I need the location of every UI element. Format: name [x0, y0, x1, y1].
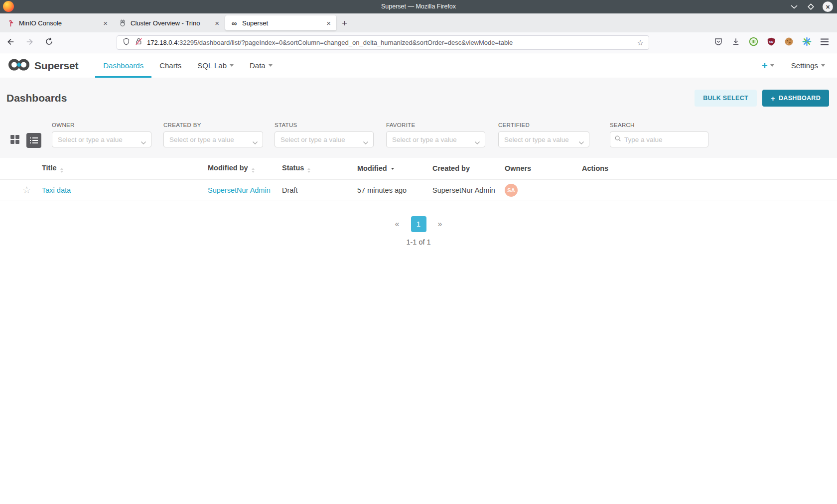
chevron-down-icon [269, 64, 273, 67]
column-header-modified[interactable]: Modified [357, 158, 432, 179]
url-bar[interactable]: 172.18.0.4:32295/dashboard/list/?pageInd… [117, 35, 649, 50]
tab-close-icon[interactable]: × [102, 19, 109, 27]
column-header-modified-by[interactable]: Modified by [208, 158, 282, 179]
next-page-button[interactable]: » [438, 220, 442, 229]
filter-favorite: FAVORITE [386, 122, 485, 147]
owner-avatar[interactable]: SA [505, 184, 518, 197]
url-host: 172.18.0.4 [147, 39, 177, 46]
new-dashboard-button[interactable]: + DASHBOARD [762, 90, 829, 107]
table-header-row: Title Modified by Status Modified Create… [0, 158, 837, 179]
plus-icon: + [771, 94, 775, 103]
bulk-select-button[interactable]: BULK SELECT [695, 90, 757, 107]
window-title: Superset — Mozilla Firefox [0, 0, 837, 13]
status-select-input[interactable] [275, 132, 373, 147]
url-text[interactable]: 172.18.0.4:32295/dashboard/list/?pageInd… [147, 39, 633, 46]
browser-toolbar: 172.18.0.4:32295/dashboard/list/?pageInd… [0, 32, 837, 53]
chevron-down-icon [363, 138, 369, 147]
chevron-down-icon [140, 138, 146, 147]
certified-select-input[interactable] [499, 132, 589, 147]
page-1-button[interactable]: 1 [411, 216, 426, 232]
nav-item-charts[interactable]: Charts [151, 53, 189, 78]
tab-close-icon[interactable]: × [325, 19, 332, 27]
table-row: ☆ Taxi data SupersetNur Admin Draft 57 m… [0, 179, 837, 201]
search-input[interactable] [624, 136, 712, 143]
favorite-select-input[interactable] [387, 132, 485, 147]
filter-label: OWNER [52, 122, 151, 128]
owner-select-input[interactable] [52, 132, 151, 147]
favorite-column-header [0, 158, 42, 179]
bookmark-star-icon[interactable]: ☆ [637, 38, 644, 47]
close-icon[interactable]: × [823, 1, 833, 12]
shield-icon[interactable] [122, 37, 131, 48]
minio-flamingo-icon [7, 19, 15, 27]
tab-strip: MinIO Console × Cluster Overview - Trino… [0, 13, 837, 32]
search-box[interactable] [610, 131, 708, 147]
new-item-menu[interactable]: + [762, 61, 774, 71]
nav-item-data[interactable]: Data [242, 53, 280, 78]
filter-label: CERTIFIED [498, 122, 589, 128]
settings-menu[interactable]: Settings [791, 61, 825, 70]
status-value: Draft [282, 186, 297, 194]
status-select[interactable] [275, 131, 374, 147]
filter-created-by: CREATED BY [163, 122, 263, 147]
sort-icon [60, 168, 63, 173]
menu-hamburger-icon[interactable] [820, 38, 829, 47]
filter-label: SEARCH [610, 122, 708, 128]
chevron-down-icon [230, 64, 234, 67]
tab-superset[interactable]: ∞ Superset × [225, 15, 336, 30]
forward-icon[interactable] [25, 37, 34, 48]
previous-page-button[interactable]: « [395, 220, 400, 229]
downloads-icon[interactable] [731, 37, 740, 48]
pagination-summary: 1-1 of 1 [0, 238, 837, 246]
pocket-icon[interactable] [714, 37, 723, 48]
chevron-down-icon [474, 138, 480, 147]
list-view-toggle[interactable] [26, 133, 41, 148]
filter-search: SEARCH [610, 122, 708, 147]
dashboard-title-link[interactable]: Taxi data [42, 186, 71, 194]
trino-bunny-icon [119, 19, 127, 27]
window-titlebar: Superset — Mozilla Firefox × [0, 0, 837, 13]
sort-icon [252, 168, 255, 173]
tab-trino[interactable]: Cluster Overview - Trino × [114, 15, 225, 30]
column-header-owners: Owners [505, 158, 582, 179]
superset-infinity-logo-icon [8, 58, 30, 73]
superset-brand[interactable]: Superset [8, 53, 78, 78]
tab-title: MinIO Console [19, 19, 102, 27]
column-header-status[interactable]: Status [282, 158, 357, 179]
nav-item-sql-lab[interactable]: SQL Lab [189, 53, 242, 78]
asterisk-extension-icon[interactable] [802, 37, 812, 48]
minimize-icon[interactable] [789, 1, 799, 12]
plus-icon: + [762, 61, 768, 71]
actions-cell [582, 179, 837, 201]
nav-item-dashboards[interactable]: Dashboards [95, 53, 151, 78]
tab-minio-console[interactable]: MinIO Console × [2, 15, 113, 30]
new-tab-button[interactable]: + [337, 17, 352, 29]
maximize-icon[interactable] [806, 1, 816, 12]
column-header-title[interactable]: Title [42, 158, 208, 179]
modified-by-link[interactable]: SupersetNur Admin [208, 186, 271, 194]
pagination: « 1 » [0, 216, 837, 232]
certified-select[interactable] [498, 131, 589, 147]
favorite-star-icon[interactable]: ☆ [22, 184, 31, 196]
cookie-extension-icon[interactable] [784, 37, 794, 48]
brand-name: Superset [34, 60, 78, 72]
ublock-shield-icon[interactable]: UD [767, 37, 776, 48]
modified-value: 57 minutes ago [357, 186, 407, 194]
extension-green-icon[interactable] [749, 37, 758, 48]
insecure-lock-icon[interactable] [135, 37, 143, 48]
owner-select[interactable] [52, 131, 151, 147]
filter-certified: CERTIFIED [498, 122, 589, 147]
card-view-toggle[interactable] [10, 134, 20, 146]
reload-icon[interactable] [45, 37, 53, 48]
column-header-actions: Actions [582, 158, 837, 179]
chevron-down-icon [578, 138, 584, 147]
filter-label: STATUS [275, 122, 374, 128]
back-icon[interactable] [6, 37, 15, 48]
favorite-select[interactable] [386, 131, 485, 147]
sort-icon [307, 168, 310, 173]
created-by-select-input[interactable] [164, 132, 263, 147]
tab-close-icon[interactable]: × [213, 19, 221, 27]
filter-label: FAVORITE [386, 122, 485, 128]
created-by-select[interactable] [163, 131, 263, 147]
column-header-created-by: Created by [432, 158, 505, 179]
